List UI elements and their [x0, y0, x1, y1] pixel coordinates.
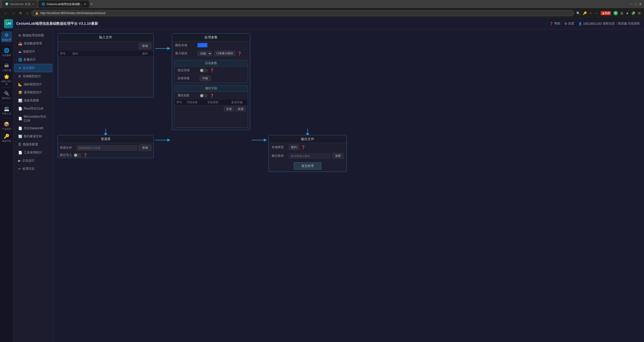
tab-geoserver[interactable]: 🌍 GeoServer: 欢迎 ✕ — [2, 1, 37, 8]
menu-item-workflow[interactable]: ⚙ 数据处理流程图 — [14, 32, 52, 39]
select-output-btn[interactable]: 选择 — [332, 153, 343, 159]
settings-btn[interactable]: ⚙ 设置 — [564, 21, 574, 26]
max-level-select[interactable]: 20级 — [197, 51, 212, 56]
search-icon[interactable]: 🔍 — [576, 11, 580, 15]
menu-item-oblique[interactable]: 📐 倾斜模型切片 — [14, 81, 52, 88]
scatter-icon: 🔄 — [18, 135, 22, 138]
auth-icon: 🔑 — [4, 134, 9, 139]
separator5 — [2, 118, 11, 118]
extensions-icon[interactable]: ⋯ — [595, 11, 598, 15]
skip-import-toggle[interactable] — [74, 153, 82, 157]
settings-gear-icon: ⚙ — [564, 22, 567, 25]
submit-btn[interactable]: 提交处理 — [294, 162, 321, 170]
key-icon[interactable]: 🔑 — [583, 11, 587, 15]
new-tab-button[interactable]: + — [90, 2, 93, 6]
star-icon[interactable]: ☆ — [589, 11, 592, 15]
attr-pickup-toggle[interactable] — [200, 94, 208, 98]
account-icon[interactable]: 鄭 — [613, 11, 618, 15]
help-btn[interactable]: ❓ 帮助 — [549, 21, 560, 26]
input-files-panel: 输入文件 添加 序号 路径 操作 — [58, 33, 154, 97]
menu-item-general-model[interactable]: 📦 通用模型切片 — [14, 89, 52, 96]
separator — [2, 44, 11, 45]
menu-item-running[interactable]: ▶ 正在运行 — [14, 157, 52, 165]
skip-import-help[interactable]: ❓ — [83, 153, 87, 157]
calc-max-level-btn[interactable]: 计算最大级别 — [214, 51, 235, 56]
menu-item-terrain[interactable]: ⛰ 地形切片 — [14, 48, 52, 56]
hot-badge: 🔥热搜 — [601, 11, 611, 15]
menu-item-log[interactable]: ↩ 处理日志 — [14, 165, 52, 173]
db-config-icon: 🗄 — [18, 143, 21, 146]
sidebar-item-products[interactable]: 📦 产品体系 — [1, 120, 12, 131]
attr-pickup-row: 属性拾取 ❓ — [174, 92, 248, 99]
resource-file-input[interactable] — [77, 145, 137, 150]
menu-item-microstation[interactable]: 📄 Microstation导出CLM — [14, 113, 52, 124]
menu-item-db-config[interactable]: 🗄 数据库配置 — [14, 141, 52, 148]
attr-pickup-help[interactable]: ❓ — [210, 94, 214, 98]
deselect-btn[interactable]: 反选 — [236, 107, 246, 111]
add-resource-btn[interactable]: 添加 — [139, 145, 151, 151]
content-area: 输入文件 添加 序号 路径 操作 — [54, 29, 644, 342]
vertex-compression-help[interactable]: ❓ — [210, 68, 214, 72]
attributes-subpanel: 属性字段 属性拾取 ❓ 序号 字段名称 字段类型 — [174, 85, 248, 128]
sidebar-item-3d-view[interactable]: 🏔 三维可视 — [1, 62, 12, 73]
oblique-icon: 📐 — [18, 83, 22, 86]
max-level-help-icon[interactable]: ❓ — [237, 51, 242, 56]
terrain-height-icon: 📊 — [18, 99, 22, 102]
sidebar-item-plugins[interactable]: 🔌 插件中心 — [1, 90, 12, 101]
menu-item-terrain-height[interactable]: 📊 地形高度图 — [14, 97, 52, 104]
user-btn[interactable]: 👤 18523601183 授权信息：陈亚鑫 在线授权 — [578, 21, 640, 26]
vertex-compression-toggle[interactable] — [200, 68, 208, 72]
header-right: ❓ 帮助 ⚙ 设置 👤 18523601183 授权信息：陈亚鑫 在线授权 — [549, 21, 640, 26]
apps-icon[interactable]: ⊞ — [620, 11, 623, 15]
input-table-body — [58, 57, 153, 97]
sidebar-item-data-processing[interactable]: ⚙ 数据处理 — [1, 31, 12, 42]
compression-title: 压缩参数 — [174, 60, 248, 67]
sidebar-item-developers[interactable]: 💻 开发人员 — [1, 105, 12, 116]
menu-item-imagery[interactable]: 🌐 影像切片 — [14, 56, 52, 64]
menu-item-datasmith[interactable]: 📄 导出Datasmith — [14, 124, 52, 132]
right-arrow-3-svg — [252, 138, 267, 143]
url-input[interactable]: 🔒 http://localhost:9003/index.html#/data… — [31, 10, 574, 16]
minimize-btn[interactable]: ─ — [630, 2, 633, 6]
bookmark-icon[interactable]: ★ — [626, 11, 629, 15]
back-btn[interactable]: ← — [3, 11, 9, 16]
attributes-title: 属性字段 — [174, 85, 248, 92]
home-btn[interactable]: ⌂ — [25, 11, 29, 16]
close-btn[interactable]: ✕ — [639, 2, 642, 6]
plugins-icon: 🔌 — [4, 91, 9, 96]
output-path-input[interactable] — [289, 153, 330, 159]
maximize-btn[interactable]: □ — [635, 2, 637, 6]
extension-icon[interactable]: 🧩 — [631, 11, 635, 15]
sidebar-item-distribution[interactable]: 🌐 分发服务 — [1, 47, 12, 58]
attr-table-header: 序号 字段名称 字段类型 是否存储 — [174, 99, 248, 106]
menu-item-scatter[interactable]: 🔄 散列雾凌互转 — [14, 133, 52, 140]
tab-close-geoserver[interactable]: ✕ — [32, 3, 34, 6]
params-column: 处理参数 颜色存储 最大级别 20级 计算最大级别 ❓ — [172, 33, 250, 130]
menu-sidebar: ⚙ 数据处理流程图 📥 原始数据管理 ⛰ 地形切片 🌐 影像切片 ✦ 点云切片 … — [13, 29, 54, 342]
menu-item-pointcloud[interactable]: ✦ 点云切片 — [14, 64, 52, 72]
menu-item-revit[interactable]: 📄 Revit导出CLM — [14, 105, 52, 113]
tab-cesiumlab[interactable]: 🌐 CesiumLab地理信息基础数... ✕ — [38, 1, 89, 8]
select-all-btn[interactable]: 全选 — [224, 107, 234, 111]
settings-icon[interactable]: ⚙ — [638, 11, 641, 15]
add-input-btn[interactable]: 添加 — [139, 43, 151, 49]
storage-type-help[interactable]: ❓ — [301, 145, 305, 149]
revit-icon: 📄 — [18, 107, 22, 111]
menu-item-instance-model[interactable]: ⚙ 实例模型切片 — [14, 72, 52, 80]
app-wrapper: LAB CesiumLab地理信息基础数据处理平台 V3.1.10最新 ❓ 帮助… — [0, 18, 644, 342]
sidebar-item-new-3d[interactable]: 🌟 新版三维可视 — [1, 74, 12, 85]
browser-icons: 🔍 🔑 ☆ ⋯ 🔥热搜 鄭 ⊞ ★ 🧩 ⚙ — [576, 11, 641, 15]
sidebar-item-auth[interactable]: 🔑 授权详情 — [1, 133, 12, 144]
address-bar: ← → ↻ ⌂ 🔒 http://localhost:9003/index.ht… — [0, 8, 644, 18]
workflow-icon: ⚙ — [18, 34, 21, 37]
color-swatch[interactable] — [197, 43, 208, 47]
tab-close-cesiumlab[interactable]: ✕ — [84, 3, 86, 6]
instance-model-icon: ⚙ — [18, 74, 21, 78]
forward-btn[interactable]: → — [11, 11, 16, 16]
dev-icon: 💻 — [4, 106, 9, 112]
menu-item-tool-stats[interactable]: 📄 工具使用统计 — [14, 149, 52, 156]
menu-item-raw-data[interactable]: 📥 原始数据管理 — [14, 40, 52, 47]
user-icon: 👤 — [578, 22, 582, 25]
refresh-btn[interactable]: ↻ — [18, 11, 23, 16]
output-section: 输出文件 存储类型 散列 ❓ 输出路径 选择 提交处理 — [268, 130, 347, 172]
